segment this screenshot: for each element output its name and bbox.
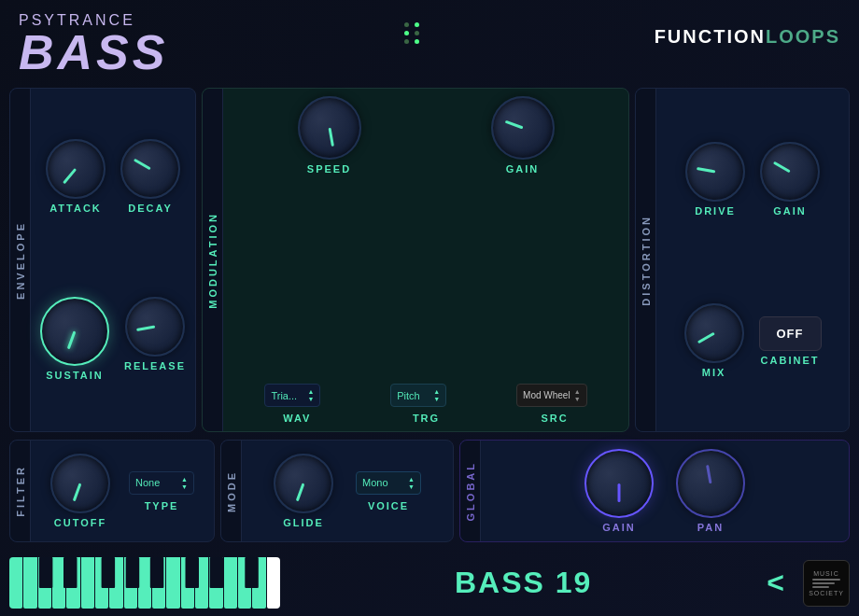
mod-gain-label: GAIN bbox=[506, 163, 540, 175]
logo-line-3 bbox=[812, 586, 829, 588]
white-keys bbox=[9, 557, 280, 609]
trg-label: TRG bbox=[413, 413, 440, 424]
white-key-6[interactable] bbox=[81, 557, 94, 609]
white-key-12[interactable] bbox=[166, 557, 179, 609]
white-key-13[interactable] bbox=[181, 557, 194, 609]
piano-keyboard[interactable] bbox=[9, 557, 280, 609]
brand-bass: BASS bbox=[19, 28, 168, 77]
decay-knob[interactable] bbox=[120, 139, 180, 199]
sustain-knob[interactable] bbox=[40, 297, 109, 366]
trg-value: Pitch bbox=[397, 390, 419, 401]
global-pan-label: PAN bbox=[697, 522, 724, 533]
white-key-3[interactable] bbox=[38, 557, 51, 609]
white-key-15[interactable] bbox=[209, 557, 222, 609]
white-key-1[interactable] bbox=[9, 557, 22, 609]
voice-label: VOICE bbox=[368, 500, 409, 511]
dist-gain-knob[interactable] bbox=[760, 142, 820, 202]
trg-dropdown[interactable]: Pitch ▲▼ bbox=[390, 384, 446, 407]
filter-label-bar: FILTER bbox=[10, 441, 31, 541]
envelope-panel: ENVELOPE ATTACK DECAY SUSTAIN bbox=[9, 88, 196, 432]
envelope-content: ATTACK DECAY SUSTAIN RELEASE bbox=[31, 89, 195, 431]
brand-function-loops: FUNCTIONLOOPS bbox=[655, 26, 840, 48]
dot-row-1 bbox=[404, 22, 419, 27]
filter-cutoff-label: CUTOFF bbox=[54, 517, 106, 528]
brand-function: FUNCTION bbox=[655, 26, 766, 47]
sustain-wrapper: SUSTAIN bbox=[40, 297, 109, 381]
mod-gain-knob[interactable] bbox=[491, 96, 555, 160]
wav-value: Tria... bbox=[271, 390, 297, 401]
filter-type-arrows: ▲▼ bbox=[181, 476, 188, 490]
white-key-16[interactable] bbox=[224, 557, 237, 609]
white-key-11[interactable] bbox=[152, 557, 165, 609]
white-key-9[interactable] bbox=[124, 557, 137, 609]
global-gain-wrapper: GAIN bbox=[584, 449, 654, 533]
distortion-top-row: DRIVE GAIN bbox=[668, 142, 838, 217]
logo-lines bbox=[812, 579, 840, 588]
release-label: RELEASE bbox=[124, 360, 186, 371]
mod-speed-knob[interactable] bbox=[298, 96, 361, 160]
attack-knob[interactable] bbox=[46, 139, 106, 199]
distortion-content: DRIVE GAIN MIX OFF CABINET bbox=[656, 89, 849, 431]
global-gain-knob[interactable] bbox=[584, 449, 654, 518]
mode-glide-wrapper: GLIDE bbox=[274, 454, 333, 528]
src-arrows: ▲▼ bbox=[574, 388, 581, 402]
global-pan-knob[interactable] bbox=[676, 449, 745, 518]
white-key-5[interactable] bbox=[66, 557, 79, 609]
white-key-7[interactable] bbox=[95, 557, 108, 609]
header: PSYTRANCE BASS FUNCTIONLOOPS bbox=[0, 0, 859, 84]
dropdown-row: Tria... ▲▼ Pitch ▲▼ Mod Whee bbox=[232, 384, 619, 407]
bottom-bar: BASS 19 < MUSIC SOCIETY bbox=[0, 550, 859, 616]
decay-wrapper: DECAY bbox=[120, 139, 180, 214]
white-key-17[interactable] bbox=[238, 557, 251, 609]
mode-glide-knob[interactable] bbox=[274, 454, 333, 513]
src-dropdown[interactable]: Mod Wheel ▲▼ bbox=[516, 384, 587, 407]
envelope-label-bar: ENVELOPE bbox=[10, 89, 31, 431]
mod-gain-wrapper: GAIN bbox=[491, 96, 555, 175]
dist-drive-knob[interactable] bbox=[685, 142, 745, 202]
envelope-bottom-row: SUSTAIN RELEASE bbox=[42, 297, 184, 381]
prev-arrow[interactable]: < bbox=[767, 566, 784, 600]
distortion-label-bar: DISTORTION bbox=[636, 89, 656, 431]
voice-dropdown[interactable]: Mono ▲▼ bbox=[356, 471, 421, 495]
white-key-10[interactable] bbox=[138, 557, 151, 609]
white-key-8[interactable] bbox=[109, 557, 122, 609]
brand-loops: LOOPS bbox=[766, 26, 840, 47]
cabinet-button[interactable]: OFF bbox=[759, 316, 822, 351]
white-key-14[interactable] bbox=[195, 557, 208, 609]
wav-dropdown[interactable]: Tria... ▲▼ bbox=[264, 384, 320, 407]
filter-type-label: TYPE bbox=[145, 500, 179, 511]
logo-music: MUSIC bbox=[813, 570, 839, 577]
mix-knob[interactable] bbox=[684, 303, 744, 363]
filter-type-dropdown[interactable]: None ▲▼ bbox=[129, 471, 194, 495]
distortion-bottom-row: MIX OFF CABINET bbox=[668, 303, 838, 378]
modulation-panel: MODULATION SPEED GAIN Tria. bbox=[202, 88, 629, 432]
global-label-bar: GLOBAL bbox=[460, 441, 481, 541]
dot-1 bbox=[404, 22, 409, 27]
dropdown-labels: WAV TRG SRC bbox=[232, 413, 619, 424]
release-knob[interactable] bbox=[125, 297, 185, 357]
cabinet-wrapper: OFF CABINET bbox=[759, 316, 822, 366]
attack-wrapper: ATTACK bbox=[46, 139, 106, 214]
dot-row-2 bbox=[404, 31, 419, 35]
white-key-active[interactable] bbox=[267, 557, 280, 609]
src-label: SRC bbox=[542, 413, 569, 424]
trg-arrows: ▲▼ bbox=[433, 388, 440, 402]
modulation-dropdowns: Tria... ▲▼ Pitch ▲▼ Mod Whee bbox=[232, 384, 619, 424]
filter-section-label: FILTER bbox=[15, 465, 26, 517]
logo-society: SOCIETY bbox=[809, 590, 844, 596]
dot-4 bbox=[415, 31, 419, 35]
white-key-18[interactable] bbox=[252, 557, 265, 609]
brand-title: PSYTRANCE BASS bbox=[19, 13, 168, 77]
logo-line-1 bbox=[812, 579, 840, 581]
mode-section-label: MODE bbox=[226, 470, 237, 512]
dot-6 bbox=[415, 39, 419, 44]
global-pan-wrapper: PAN bbox=[676, 449, 745, 533]
dist-gain-label: GAIN bbox=[773, 205, 807, 217]
filter-type-value: None bbox=[135, 477, 160, 488]
white-key-2[interactable] bbox=[23, 557, 36, 609]
filter-cutoff-knob[interactable] bbox=[50, 454, 110, 513]
filter-panel: FILTER CUTOFF None ▲▼ bbox=[9, 440, 215, 542]
white-key-4[interactable] bbox=[52, 557, 65, 609]
envelope-section-label: ENVELOPE bbox=[15, 221, 26, 300]
global-panel: GLOBAL GAIN PAN bbox=[459, 440, 850, 542]
